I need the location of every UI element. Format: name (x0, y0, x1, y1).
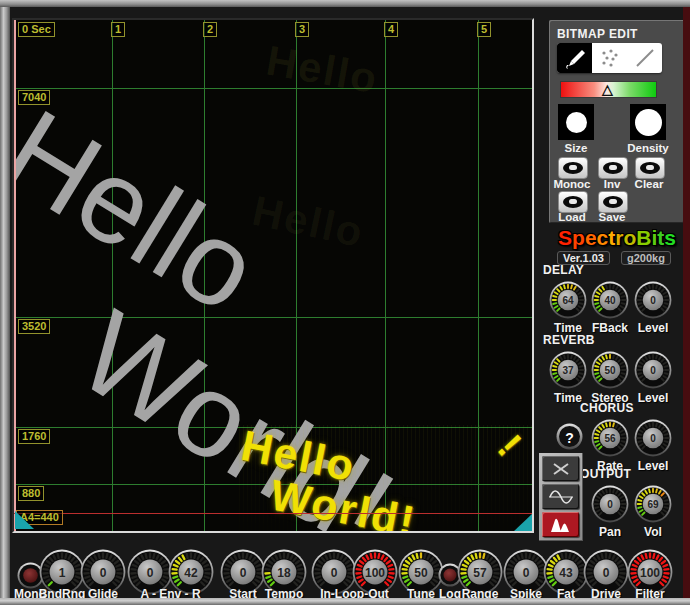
gradient-marker-icon[interactable]: △ (602, 81, 613, 97)
knob-value: 43 (559, 566, 573, 580)
time-axis-label: 3 (295, 22, 309, 37)
bitmap-edit-title: BITMAP EDIT (557, 27, 638, 41)
spray-tool-button[interactable] (592, 43, 627, 73)
knob-dial: 0 (634, 419, 672, 457)
monoc-label: Monoc (551, 178, 593, 190)
knob-value: 0 (650, 365, 656, 376)
knob-value: 0 (603, 566, 610, 580)
save-button[interactable] (598, 191, 628, 213)
time-axis-label: 2 (203, 22, 217, 37)
waveform-view-button[interactable] (542, 484, 579, 509)
bitmap-edit-panel: BITMAP EDIT △ Size Density Monoc I (549, 20, 685, 223)
delay-time-knob[interactable]: 64 (549, 281, 587, 323)
line-icon (633, 46, 657, 70)
size-label: Size (558, 142, 594, 154)
load-button[interactable] (558, 191, 588, 213)
reverb-stereo-knob[interactable]: 50 (591, 351, 629, 393)
x-icon (552, 462, 570, 476)
spectrogram-canvas[interactable]: Hello World! Hello Hello Hello World! ! … (12, 18, 534, 533)
a440-reference-line (14, 513, 532, 514)
knob-value: 64 (562, 295, 574, 306)
frequency-axis-label: 7040 (18, 90, 50, 105)
knob-dial: 64 (549, 281, 587, 319)
time-axis-label: 5 (477, 22, 491, 37)
size-dot-icon (566, 112, 587, 133)
knob-value: 37 (562, 365, 574, 376)
delay-fback-knob[interactable]: 40 (591, 281, 629, 323)
help-button[interactable]: ? (556, 423, 583, 454)
oval-led-icon (603, 196, 623, 208)
playback-cursor[interactable] (14, 20, 16, 531)
save-label: Save (594, 211, 630, 223)
section-label-chorus: CHORUS (580, 401, 634, 415)
tool-selector (557, 43, 662, 73)
oval-led-icon (603, 162, 623, 174)
knob-value: 1 (59, 566, 66, 580)
knob-value: 50 (604, 365, 616, 376)
logo-letter: s (664, 226, 676, 249)
time-axis-label: 4 (384, 22, 398, 37)
logo-letter: e (585, 226, 597, 249)
knob-value: 56 (604, 433, 616, 444)
load-label: Load (554, 211, 590, 223)
output-vol-knob[interactable]: 69 (634, 485, 672, 527)
spectrobits-logo: SpectroBits (552, 226, 682, 250)
chorus-rate-knob[interactable]: 56 (591, 419, 629, 461)
frequency-axis-label: 1760 (18, 429, 50, 444)
delay-level-knob[interactable]: 0 (634, 281, 672, 323)
section-label-output: OUTPUT (580, 467, 631, 481)
knob-label: Level (623, 321, 683, 335)
brush-density-control[interactable] (630, 104, 666, 140)
author-badge: g200kg (621, 251, 671, 265)
knob-label: Vol (623, 525, 683, 539)
knob-dial: 0 (634, 281, 672, 319)
knob-dial: 40 (591, 281, 629, 319)
reverb-level-knob[interactable]: 0 (634, 351, 672, 393)
knob-value: 69 (647, 499, 659, 510)
knob-value: 0 (147, 566, 154, 580)
clear-view-button[interactable] (542, 456, 579, 481)
monoc-button[interactable] (558, 157, 588, 179)
knob-dial: 0 (591, 485, 629, 523)
faint-ghost-text: Hello (263, 37, 382, 104)
chorus-level-knob[interactable]: 0 (634, 419, 672, 461)
oval-led-icon (640, 162, 660, 174)
knob-dial: 56 (591, 419, 629, 457)
view-mode-panel (539, 453, 583, 541)
time-axis-label: 1 (111, 22, 125, 37)
brush-size-control[interactable] (558, 104, 594, 140)
knob-value: 0 (650, 295, 656, 306)
frequency-axis-label: 880 (18, 486, 44, 501)
density-dot-icon (635, 109, 662, 136)
knob-value: 0 (331, 566, 338, 580)
knob-value: 100 (640, 566, 660, 580)
spectrum-view-button[interactable] (542, 512, 579, 537)
time-axis-label: 0 Sec (18, 22, 55, 37)
knob-dial: 50 (591, 351, 629, 389)
clear-label: Clear (629, 178, 669, 190)
line-tool-button[interactable] (627, 43, 662, 73)
clear-button[interactable] (635, 157, 665, 179)
knob-value: 18 (277, 566, 291, 580)
knob-dial: 0 (634, 351, 672, 389)
knob-label: Level (623, 459, 683, 473)
section-label-reverb: REVERB (543, 333, 595, 347)
sine-wave-icon (549, 489, 573, 505)
knob-value: 0 (523, 566, 530, 580)
pen-tool-button[interactable] (557, 43, 592, 73)
question-icon: ? (556, 423, 583, 450)
knob-value: 50 (414, 566, 428, 580)
frequency-axis-label: 3520 (18, 319, 50, 334)
reverb-time-knob[interactable]: 37 (549, 351, 587, 393)
intensity-gradient-slider[interactable]: △ (560, 81, 657, 98)
svg-text:?: ? (565, 430, 574, 446)
inv-button[interactable] (598, 157, 628, 179)
knob-value: 0 (100, 566, 107, 580)
knob-dial: 37 (549, 351, 587, 389)
section-label-delay: DELAY (543, 263, 584, 277)
logo-letter: p (572, 226, 585, 249)
output-pan-knob[interactable]: 0 (591, 485, 629, 527)
window-frame-bottom (0, 598, 690, 605)
window-edge-strip (683, 0, 690, 605)
knob-value: 0 (607, 499, 613, 510)
